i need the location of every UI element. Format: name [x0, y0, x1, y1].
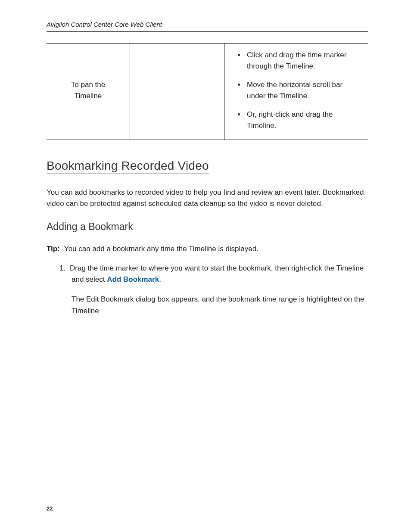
- row-label-line1: To pan the: [71, 81, 105, 89]
- step-number: 1.: [59, 263, 70, 274]
- row-label-line2: Timeline: [75, 92, 102, 100]
- table-cell-empty: [130, 44, 224, 140]
- section-heading: Bookmarking Recorded Video: [47, 159, 209, 174]
- page-footer: 22: [47, 502, 368, 512]
- table-cell-instructions: Click and drag the time marker through t…: [224, 44, 368, 140]
- tip-label: Tip:: [47, 245, 60, 253]
- step-1-text-b: .: [159, 275, 161, 283]
- step-1: 1.Drag the time marker to where you want…: [72, 263, 368, 317]
- table-cell-action: To pan the Timeline: [47, 44, 130, 140]
- tip-text: You can add a bookmark any time the Time…: [64, 245, 258, 253]
- page-number: 22: [47, 505, 53, 512]
- timeline-actions-table: To pan the Timeline Click and drag the t…: [47, 43, 368, 140]
- page-header: Avigilon Control Center Core Web Client: [47, 21, 368, 32]
- list-item: Click and drag the time marker through t…: [245, 50, 358, 72]
- tip-line: Tip:You can add a bookmark any time the …: [47, 245, 368, 253]
- add-bookmark-action: Add Bookmark: [107, 275, 159, 283]
- list-item: Or, right-click and drag the Timeline.: [245, 109, 358, 131]
- step-1-result: The Edit Bookmark dialog box appears, an…: [72, 294, 368, 317]
- ordered-steps: 1.Drag the time marker to where you want…: [47, 263, 368, 317]
- page: Avigilon Control Center Core Web Client …: [0, 0, 411, 532]
- intro-paragraph: You can add bookmarks to recorded video …: [47, 187, 368, 210]
- subsection-heading: Adding a Bookmark: [47, 221, 368, 233]
- list-item: Move the horizontal scroll bar under the…: [245, 79, 358, 101]
